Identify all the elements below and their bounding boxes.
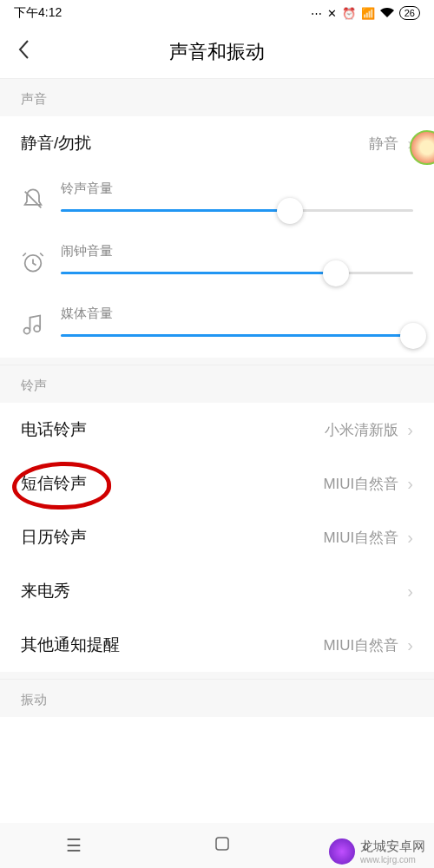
phone-ringtone-value: 小米清新版 (325, 420, 398, 440)
page-title: 声音和振动 (17, 39, 417, 65)
ring-slider-label: 铃声音量 (61, 181, 413, 197)
music-note-icon (21, 312, 45, 337)
calendar-ringtone-value: MIUI自然音 (323, 528, 398, 548)
section-header-ringtone: 铃声 (0, 365, 434, 403)
media-slider[interactable] (61, 334, 413, 337)
back-button[interactable] (17, 39, 30, 66)
svg-point-1 (24, 328, 30, 334)
watermark-url: www.lcjrg.com (360, 855, 425, 865)
signal-icon: 📶 (361, 7, 375, 20)
section-header-vibration: 振动 (0, 679, 434, 717)
alarm-slider-thumb[interactable] (323, 260, 349, 286)
phone-ringtone-row[interactable]: 电话铃声 小米清新版 › (0, 403, 434, 457)
sms-ringtone-row[interactable]: 短信铃声 MIUI自然音 › (0, 457, 434, 510)
other-notify-value: MIUI自然音 (323, 635, 398, 655)
section-header-sound: 声音 (0, 78, 434, 116)
calendar-ringtone-label: 日历铃声 (21, 526, 323, 549)
silent-dnd-row[interactable]: 静音/勿扰 静音 › (0, 116, 434, 170)
media-slider-thumb[interactable] (400, 323, 426, 349)
other-notify-label: 其他通知提醒 (21, 634, 323, 656)
header: 声音和振动 (0, 26, 434, 78)
call-show-label: 来电秀 (21, 580, 398, 602)
alarm-volume-row: 闹钟音量 (0, 233, 434, 295)
status-time: 下午4:12 (14, 5, 62, 21)
home-button[interactable] (214, 836, 230, 856)
media-volume-row: 媒体音量 (0, 295, 434, 358)
bell-off-icon (21, 187, 45, 212)
ring-volume-row: 铃声音量 (0, 170, 434, 233)
recents-button[interactable]: ☰ (66, 835, 82, 856)
dnd-icon: ⋯ (311, 7, 322, 20)
silent-value: 静音 (369, 134, 398, 154)
calendar-ringtone-row[interactable]: 日历铃声 MIUI自然音 › (0, 510, 434, 564)
chevron-right-icon: › (407, 474, 413, 494)
watermark-text: 龙城安卓网 (360, 838, 425, 855)
sms-ringtone-label: 短信铃声 (21, 472, 323, 495)
other-notify-row[interactable]: 其他通知提醒 MIUI自然音 › (0, 618, 434, 672)
status-icons: ⋯ ✕ ⏰ 📶 26 (311, 6, 420, 20)
alarm-icon: ⏰ (342, 7, 356, 20)
status-bar: 下午4:12 ⋯ ✕ ⏰ 📶 26 (0, 0, 434, 26)
call-show-row[interactable]: 来电秀 › (0, 564, 434, 618)
ring-slider-thumb[interactable] (277, 198, 303, 224)
media-slider-label: 媒体音量 (61, 306, 413, 322)
watermark: 龙城安卓网 www.lcjrg.com (329, 838, 425, 865)
svg-rect-3 (216, 838, 228, 850)
silent-label: 静音/勿扰 (21, 132, 369, 155)
wifi-icon (380, 7, 394, 20)
svg-point-2 (34, 326, 40, 332)
chevron-right-icon: › (407, 528, 413, 548)
alarm-icon (21, 250, 45, 274)
chevron-right-icon: › (407, 582, 413, 602)
chevron-right-icon: › (407, 420, 413, 440)
sms-ringtone-value: MIUI自然音 (323, 474, 398, 494)
vibrate-icon: ✕ (327, 7, 337, 20)
phone-ringtone-label: 电话铃声 (21, 418, 325, 441)
ring-slider[interactable] (61, 209, 413, 212)
battery-indicator: 26 (399, 6, 420, 20)
alarm-slider[interactable] (61, 272, 413, 274)
watermark-logo-icon (329, 838, 355, 865)
chevron-right-icon: › (407, 635, 413, 655)
alarm-slider-label: 闹钟音量 (61, 243, 413, 260)
